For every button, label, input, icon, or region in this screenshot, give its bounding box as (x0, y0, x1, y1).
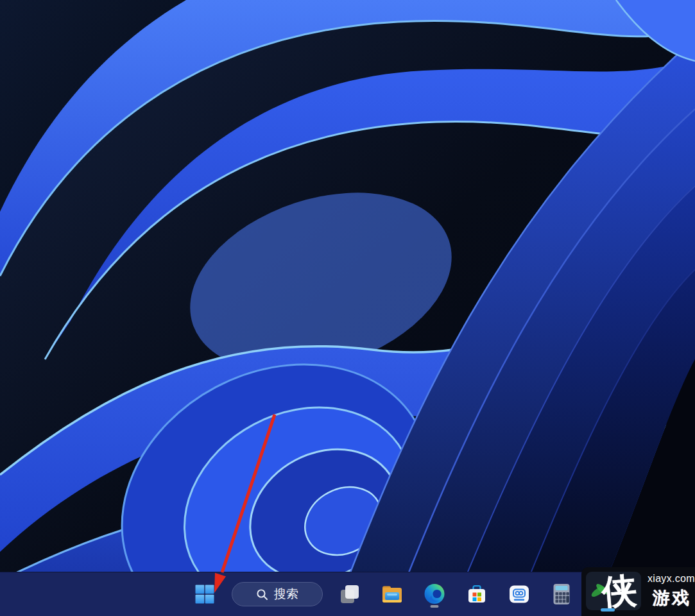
taskbar-center-group: 搜索 (187, 572, 579, 616)
watermark-badge: 侠 xiayx.com 游戏 (581, 567, 695, 616)
taskbar-app-edge[interactable] (416, 578, 452, 611)
taskbar-app-microsoft-store[interactable] (459, 578, 495, 611)
taskbar-app-file-explorer[interactable] (374, 578, 410, 611)
windows-start-icon (195, 585, 214, 604)
search-placeholder: 搜索 (274, 586, 298, 603)
desktop: 搜索 (0, 0, 695, 616)
watermark-text-block: xiayx.com 游戏 (648, 573, 692, 610)
mail-icon (508, 583, 530, 605)
microsoft-store-icon (466, 583, 488, 605)
taskbar-app-mail[interactable] (501, 578, 537, 611)
watermark-site-url: xiayx.com (648, 573, 690, 585)
watermark-brand-character: 侠 (588, 566, 650, 616)
watermark-blue-pill (601, 608, 615, 612)
wallpaper-bloom-image (0, 0, 695, 616)
start-button[interactable] (187, 578, 223, 611)
file-explorer-icon (381, 583, 403, 605)
taskbar-app-calculator[interactable] (544, 578, 579, 611)
search-box[interactable]: 搜索 (232, 582, 323, 606)
search-icon (256, 588, 268, 601)
watermark-brand-text: 游戏 (648, 586, 691, 610)
calculator-icon (551, 583, 572, 606)
taskbar-app-task-view[interactable] (332, 578, 368, 611)
edge-icon (424, 583, 445, 605)
edge-running-indicator (431, 605, 439, 608)
task-view-icon (339, 583, 361, 605)
